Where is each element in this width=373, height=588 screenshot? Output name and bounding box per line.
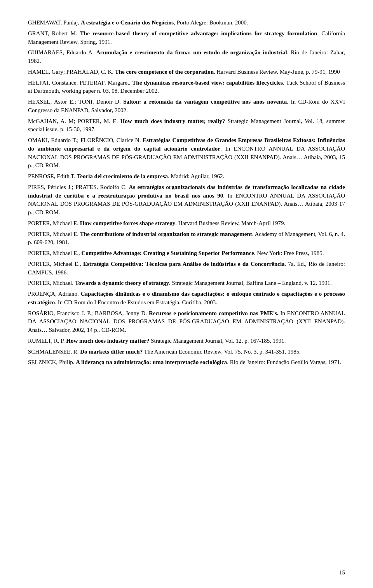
ref-porter-forces: PORTER, Michael E. How competitive force… bbox=[28, 219, 345, 228]
ref-porter-towards: PORTER, Michael. Towards a dynamic theor… bbox=[28, 279, 345, 288]
ref-omaki: OMAKI, Eduardo T.; FLORÊNCIO, Clarice N.… bbox=[28, 136, 345, 170]
references-section: GHEMAWAT, Panlaj, A estratégia e o Cenár… bbox=[28, 19, 345, 367]
ref-proenca: PROENÇA, Adriano. Capacitações dinâmicas… bbox=[28, 290, 345, 307]
ref-hexsel: HEXSEL, Astor E.; TONI, Denoir D. Salton… bbox=[28, 98, 345, 115]
ref-helfat: HELFAT, Constance, PETERAF, Margaret. Th… bbox=[28, 79, 345, 96]
ref-schmalensee: SCHMALENSEE, R. Do markets differ much? … bbox=[28, 348, 345, 356]
ref-porter-contributions: PORTER, Michael E. The contributions of … bbox=[28, 230, 345, 247]
page: GHEMAWAT, Panlaj, A estratégia e o Cenár… bbox=[0, 0, 373, 588]
ref-ghemawat: GHEMAWAT, Panlaj, A estratégia e o Cenár… bbox=[28, 19, 345, 27]
ref-porter-estrategia: PORTER, Michael E., Estratégia Competiti… bbox=[28, 260, 345, 277]
ref-rosario: ROSÁRIO, Francisco J. P.; BARBOSA, Jenny… bbox=[28, 309, 345, 335]
ref-mcgahan: McGAHAN, A. M; PORTER, M. E. How much do… bbox=[28, 117, 345, 134]
ref-pires: PIRES, Péricles J.; PRATES, Rodolfo C. A… bbox=[28, 183, 345, 217]
ref-hamel: HAMEL, Gary; PRAHALAD, C. K. The core co… bbox=[28, 68, 345, 76]
ref-porter-advantage: PORTER, Michael E., Competitive Advantag… bbox=[28, 249, 345, 258]
ref-grant: GRANT, Robert M. The resource-based theo… bbox=[28, 29, 345, 47]
ref-selznick: SELZNICK, Philip. A liderança na adminis… bbox=[28, 358, 345, 367]
ref-guimaraes: GUIMARÃES, Eduardo A. Acumulação e cresc… bbox=[28, 49, 345, 66]
ref-rumelt: RUMELT, R. P. How much does industry mat… bbox=[28, 337, 345, 345]
ref-penrose: PENROSE, Edith T. Teoria del crecimiento… bbox=[28, 172, 345, 181]
page-number: 15 bbox=[339, 569, 345, 577]
